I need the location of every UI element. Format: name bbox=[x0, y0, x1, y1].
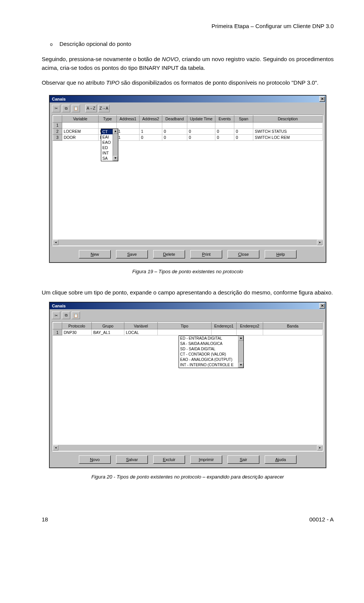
close-button[interactable]: Close bbox=[228, 250, 259, 258]
col-variavel[interactable]: Variável bbox=[124, 323, 158, 329]
table-row[interactable]: 1 bbox=[53, 122, 323, 128]
close-icon[interactable]: ✕ bbox=[319, 96, 325, 102]
salvar-button[interactable]: Salvar bbox=[116, 455, 148, 464]
col-variable[interactable]: Variable bbox=[62, 115, 99, 122]
scroll-up-icon[interactable]: ▲ bbox=[238, 336, 243, 341]
help-button[interactable]: Help bbox=[265, 250, 297, 258]
scroll-left-icon[interactable]: ◂ bbox=[53, 240, 58, 245]
cell-protocolo[interactable]: DNP30 bbox=[62, 329, 92, 335]
col-protocolo[interactable]: Protocolo bbox=[62, 323, 92, 329]
horizontal-scrollbar[interactable]: ◂ ▸ bbox=[53, 239, 323, 246]
col-grupo[interactable]: Grupo bbox=[92, 323, 124, 329]
col-tipo[interactable]: Tipo bbox=[158, 323, 212, 329]
canais-window-2: Canais ✕ ✂ ⧉ 📋 Protocolo bbox=[49, 302, 326, 468]
points-grid[interactable]: Variable Type Address1 Address2 Deadband… bbox=[52, 115, 323, 246]
cell-sp[interactable] bbox=[234, 122, 253, 128]
scroll-up-icon[interactable]: ▲ bbox=[113, 129, 118, 134]
col-events[interactable]: Events bbox=[215, 115, 234, 122]
cell-ev[interactable]: 0 bbox=[215, 134, 234, 140]
dropdown-option[interactable]: ED - ENTRADA DIGITAL bbox=[179, 336, 243, 341]
dropdown-option[interactable]: CT - CONTADOR (VALOR) bbox=[179, 352, 243, 357]
cell-db[interactable] bbox=[162, 122, 187, 128]
cell-a2[interactable]: 0 bbox=[140, 134, 162, 140]
cell-db[interactable]: 0 bbox=[162, 128, 187, 134]
cell-desc[interactable]: SWITCH LOC REM bbox=[253, 134, 323, 140]
points-grid-2[interactable]: Protocolo Grupo Variável Tipo Endereço1 … bbox=[52, 321, 323, 452]
cell-endereco2[interactable] bbox=[237, 329, 263, 335]
delete-button[interactable]: Delete bbox=[153, 250, 185, 258]
copy-icon[interactable]: ⧉ bbox=[62, 312, 70, 319]
type-dropdown-open[interactable]: CT EAI EAO ED INT SA ▲ ▼ bbox=[101, 129, 118, 161]
print-button[interactable]: Print bbox=[190, 250, 222, 258]
cell-variable[interactable]: DOOR bbox=[62, 134, 99, 140]
horizontal-scrollbar[interactable]: ◂ ▸ bbox=[53, 445, 323, 451]
close-icon[interactable]: ✕ bbox=[319, 303, 325, 309]
dropdown-option[interactable]: EAO - ANALOGICA (OUTPUT) bbox=[179, 357, 243, 362]
scroll-right-icon[interactable]: ▸ bbox=[317, 445, 323, 450]
cell-a1[interactable]: 1 bbox=[117, 134, 140, 140]
col-updatetime[interactable]: Update Time bbox=[187, 115, 215, 122]
sort-asc-button[interactable]: A→Z bbox=[85, 105, 97, 112]
cell-ut[interactable]: 0 bbox=[187, 134, 215, 140]
excluir-button[interactable]: Excluir bbox=[153, 455, 185, 464]
dropdown-option[interactable]: SA - SAIDA ANALOGICA bbox=[179, 341, 243, 346]
paste-icon[interactable]: 📋 bbox=[72, 312, 80, 319]
row-number: 3 bbox=[53, 134, 62, 140]
cell-ut[interactable] bbox=[187, 122, 215, 128]
cut-icon[interactable]: ✂ bbox=[52, 312, 60, 319]
col-address2[interactable]: Address2 bbox=[140, 115, 162, 122]
table-row[interactable]: 3 DOOR EAI 1 0 0 0 0 0 SWITCH LOC REM bbox=[53, 134, 323, 140]
cell-type[interactable] bbox=[99, 122, 117, 128]
cell-a1[interactable] bbox=[117, 122, 140, 128]
col-type[interactable]: Type bbox=[99, 115, 117, 122]
imprimir-button[interactable]: Imprimir bbox=[190, 455, 222, 464]
cell-ev[interactable]: 0 bbox=[215, 128, 234, 134]
col-span[interactable]: Span bbox=[234, 115, 253, 122]
novo-button[interactable]: Novo bbox=[79, 455, 111, 464]
cell-grupo[interactable]: BAY_AL1 bbox=[92, 329, 124, 335]
table-row[interactable]: 1 DNP30 BAY_AL1 LOCAL EAI - ANALOGICA (I… bbox=[53, 329, 323, 335]
dropdown-option[interactable]: SD - SAIDA DIGITAL bbox=[179, 346, 243, 352]
tipo-dropdown-open[interactable]: ED - ENTRADA DIGITAL SA - SAIDA ANALOGIC… bbox=[179, 335, 244, 368]
scroll-down-icon[interactable]: ▼ bbox=[238, 363, 243, 368]
cell-a2[interactable] bbox=[140, 122, 162, 128]
cell-sp[interactable]: 0 bbox=[234, 128, 253, 134]
scroll-right-icon[interactable]: ▸ bbox=[317, 240, 323, 245]
paragraph-2: Observar que no atributo TIPO são dispon… bbox=[42, 78, 334, 87]
cell-variable[interactable]: LOCREM bbox=[62, 128, 99, 134]
cut-icon[interactable]: ✂ bbox=[52, 105, 60, 112]
cell-endereco1[interactable] bbox=[212, 329, 237, 335]
dropdown-option[interactable]: INT - INTERNO (CONTROLE E bbox=[179, 362, 243, 368]
cell-desc[interactable]: SWITCH STATUS bbox=[253, 128, 323, 134]
cell-a1[interactable]: 1 bbox=[117, 128, 140, 134]
scroll-left-icon[interactable]: ◂ bbox=[53, 445, 58, 450]
ajuda-button[interactable]: Ajuda bbox=[265, 455, 297, 464]
col-endereco1[interactable]: Endereço1 bbox=[212, 323, 237, 329]
cell-sp[interactable]: 0 bbox=[234, 134, 253, 140]
paste-icon[interactable]: 📋 bbox=[72, 105, 80, 112]
sair-button[interactable]: Sair bbox=[228, 455, 259, 464]
col-banda[interactable]: Banda bbox=[263, 323, 323, 329]
cell-variavel[interactable]: LOCAL bbox=[124, 329, 158, 335]
cell-desc[interactable] bbox=[253, 122, 323, 128]
new-button[interactable]: New bbox=[79, 250, 111, 258]
col-deadband[interactable]: Deadband bbox=[162, 115, 187, 122]
window-title: Canais bbox=[52, 97, 66, 101]
cell-a2[interactable]: 1 bbox=[140, 128, 162, 134]
col-description[interactable]: Description bbox=[253, 115, 323, 122]
cell-db[interactable]: 0 bbox=[162, 134, 187, 140]
copy-icon[interactable]: ⧉ bbox=[62, 105, 70, 112]
col-address1[interactable]: Address1 bbox=[117, 115, 140, 122]
cell-ut[interactable]: 0 bbox=[187, 128, 215, 134]
cell-ev[interactable] bbox=[215, 122, 234, 128]
save-button[interactable]: Save bbox=[116, 250, 148, 258]
col-endereco2[interactable]: Endereço2 bbox=[237, 323, 263, 329]
cell-variable[interactable] bbox=[62, 122, 99, 128]
table-row[interactable]: 2 LOCREM CT 1 1 0 0 0 0 SWITCH STATUS bbox=[53, 128, 323, 134]
window-title: Canais bbox=[52, 304, 66, 308]
scroll-down-icon[interactable]: ▼ bbox=[113, 156, 118, 161]
titlebar: Canais ✕ bbox=[50, 96, 326, 102]
sort-desc-button[interactable]: Z→A bbox=[98, 105, 110, 112]
cell-banda[interactable] bbox=[263, 329, 323, 335]
cell-tipo[interactable]: EAI - ANALOGICA (INPUT) bbox=[158, 329, 212, 335]
